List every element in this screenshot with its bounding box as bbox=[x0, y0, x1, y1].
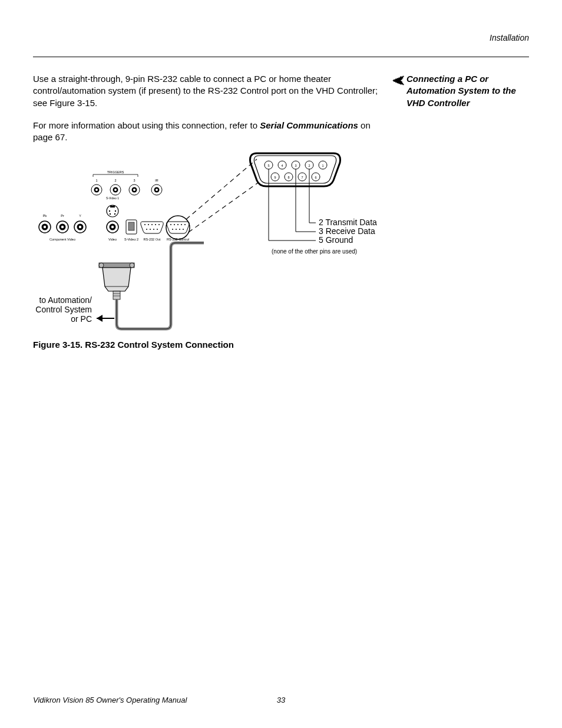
svg-text:Component Video: Component Video bbox=[49, 238, 75, 241]
controller-panel: TRIGGERS 1 2 3 IR Pb Pr Y bbox=[39, 170, 190, 241]
svg-point-54 bbox=[172, 229, 173, 230]
svg-point-82 bbox=[99, 263, 104, 268]
svg-point-49 bbox=[170, 224, 171, 225]
triggers-label: TRIGGERS bbox=[107, 170, 124, 174]
svg-marker-91 bbox=[97, 315, 103, 322]
paragraph-2: For more information about using this co… bbox=[33, 120, 392, 144]
cable-destination-label: to Automation/ Control System or PC bbox=[35, 295, 114, 324]
figure-svg: TRIGGERS 1 2 3 IR Pb Pr Y bbox=[33, 147, 416, 336]
svg-text:to Automation/: to Automation/ bbox=[39, 295, 92, 305]
svg-point-52 bbox=[181, 224, 182, 225]
svg-point-51 bbox=[177, 224, 178, 225]
svg-text:S-Video 2: S-Video 2 bbox=[124, 238, 138, 241]
svg-point-29 bbox=[109, 210, 110, 212]
svg-point-46 bbox=[153, 229, 154, 230]
svg-text:6: 6 bbox=[315, 176, 316, 179]
svg-point-32 bbox=[114, 213, 115, 215]
svg-point-57 bbox=[183, 229, 184, 230]
figure-3-15: TRIGGERS 1 2 3 IR Pb Pr Y bbox=[33, 147, 416, 324]
svg-point-43 bbox=[158, 224, 160, 225]
db9-large: 5 4 3 2 1 9 8 7 6 bbox=[250, 153, 377, 255]
svg-point-53 bbox=[184, 224, 186, 225]
rs232-out bbox=[141, 222, 163, 233]
header-section: Installation bbox=[490, 33, 529, 42]
header-rule bbox=[33, 57, 529, 57]
arrow-left-icon: ⮜ bbox=[392, 74, 405, 88]
svg-text:1: 1 bbox=[322, 164, 323, 167]
svg-text:2: 2 bbox=[114, 179, 116, 182]
svg-text:5: 5 bbox=[267, 164, 269, 167]
svg-text:RS-232 Out: RS-232 Out bbox=[143, 238, 161, 241]
svg-text:1: 1 bbox=[95, 179, 97, 182]
svg-point-41 bbox=[151, 224, 153, 225]
db9-top-pins: 5 4 3 2 1 bbox=[265, 161, 327, 169]
sidebar-heading: ⮜ Connecting a PC or Automation System t… bbox=[406, 73, 530, 109]
svg-point-42 bbox=[155, 224, 156, 225]
svg-point-47 bbox=[157, 229, 158, 230]
footer-page: 33 bbox=[277, 696, 285, 704]
svg-point-11 bbox=[133, 189, 135, 191]
leader-top bbox=[186, 159, 257, 219]
svg-point-50 bbox=[174, 224, 175, 225]
svg-text:4: 4 bbox=[281, 164, 283, 167]
svg-point-45 bbox=[150, 229, 151, 230]
svg-rect-81 bbox=[99, 263, 134, 268]
sidebar-heading-text: Connecting a PC or Automation System to … bbox=[406, 74, 516, 108]
svg-text:Pr: Pr bbox=[61, 214, 64, 218]
footer-manual: Vidikron Vision 85 Owner's Operating Man… bbox=[33, 696, 187, 704]
svideo1 bbox=[107, 205, 118, 217]
leader-bot bbox=[189, 183, 258, 232]
svg-text:Video: Video bbox=[108, 238, 117, 241]
svg-text:2: 2 bbox=[308, 164, 310, 167]
figure-caption: Figure 3-15. RS-232 Control System Conne… bbox=[33, 340, 234, 350]
svg-rect-84 bbox=[113, 291, 120, 299]
svg-point-39 bbox=[144, 224, 146, 225]
pin3-label: 3 Receive Data bbox=[319, 226, 375, 236]
svg-text:Pb: Pb bbox=[43, 214, 47, 218]
svg-rect-38 bbox=[128, 222, 134, 230]
pin-note: (none of the other pins are used) bbox=[272, 248, 357, 255]
pin2-label: 2 Transmit Data bbox=[319, 218, 377, 227]
svg-point-23 bbox=[61, 226, 64, 228]
svg-point-31 bbox=[110, 213, 111, 215]
svg-text:8: 8 bbox=[287, 176, 289, 179]
svg-point-56 bbox=[179, 229, 180, 230]
svg-rect-28 bbox=[110, 206, 115, 207]
svg-point-44 bbox=[146, 229, 147, 230]
body-text: Use a straight-through, 9-pin RS-232 cab… bbox=[33, 73, 392, 154]
ir-label: IR bbox=[155, 179, 158, 182]
svg-point-14 bbox=[156, 189, 158, 191]
svg-text:7: 7 bbox=[301, 176, 303, 179]
svg-text:3: 3 bbox=[133, 179, 135, 182]
svideo2 bbox=[126, 220, 137, 234]
svg-point-30 bbox=[115, 210, 116, 212]
svg-point-20 bbox=[44, 226, 46, 228]
svg-text:or PC: or PC bbox=[71, 314, 92, 324]
component-rca bbox=[39, 221, 86, 233]
trigger-jacks bbox=[91, 185, 162, 195]
svg-point-36 bbox=[111, 226, 114, 228]
video-rca bbox=[107, 221, 118, 233]
svg-point-26 bbox=[79, 226, 81, 228]
paragraph-1: Use a straight-through, 9-pin RS-232 cab… bbox=[33, 73, 392, 109]
footer: Vidikron Vision 85 Owner's Operating Man… bbox=[33, 696, 529, 704]
svg-point-5 bbox=[95, 189, 98, 191]
pin5-label: 5 Ground bbox=[319, 235, 353, 245]
svg-point-83 bbox=[130, 263, 134, 268]
svg-text:Y: Y bbox=[79, 214, 81, 218]
svg-text:Control System: Control System bbox=[35, 305, 92, 314]
svg-point-40 bbox=[148, 224, 149, 225]
svg-point-8 bbox=[114, 189, 117, 191]
svg-text:3: 3 bbox=[295, 164, 296, 167]
cable-connector bbox=[99, 243, 204, 329]
svg-text:S-Video 1: S-Video 1 bbox=[106, 196, 119, 200]
svg-text:RS-232 Control: RS-232 Control bbox=[167, 238, 189, 241]
svg-text:9: 9 bbox=[274, 176, 276, 179]
svg-point-55 bbox=[176, 229, 177, 230]
